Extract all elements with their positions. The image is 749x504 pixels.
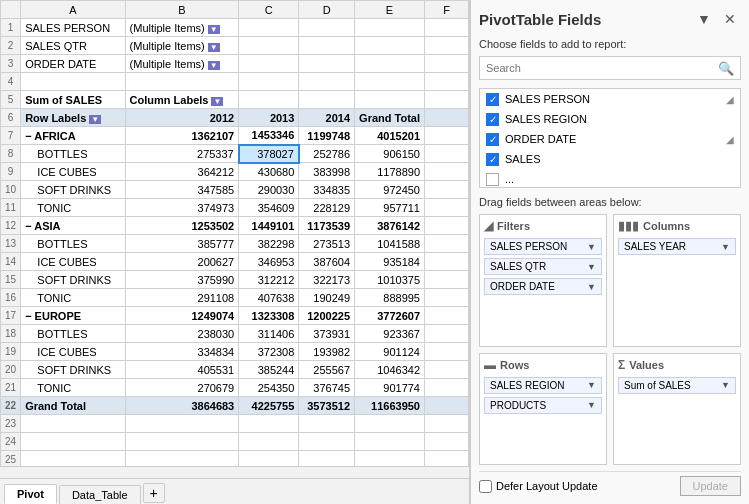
cell-africa-ice-1[interactable]: 430680 <box>239 163 299 181</box>
add-sheet-button[interactable]: + <box>143 483 165 503</box>
cell-grand-total-3[interactable]: 11663950 <box>355 397 425 415</box>
row-chip-sales-region[interactable]: SALES REGION ▼ <box>484 377 602 394</box>
cell-europe-soft-2[interactable]: 255567 <box>299 361 355 379</box>
cell-africa-bottles-3[interactable]: 906150 <box>355 145 425 163</box>
cell-grand-total-2[interactable]: 3573512 <box>299 397 355 415</box>
cell-asia-2[interactable]: 1173539 <box>299 217 355 235</box>
cell-asia-ice-1[interactable]: 346953 <box>239 253 299 271</box>
cell-europe-tonic-1[interactable]: 254350 <box>239 379 299 397</box>
row-labels-header[interactable]: Row Labels ▼ <box>21 109 125 127</box>
field-checkbox-4[interactable] <box>486 173 499 186</box>
col-c-header[interactable]: C <box>239 1 299 19</box>
cell-africa-soft-0[interactable]: 347585 <box>125 181 239 199</box>
tab-pivot[interactable]: Pivot <box>4 484 57 504</box>
cell-asia-bottles-0[interactable]: 385777 <box>125 235 239 253</box>
cell-asia-tonic-3[interactable]: 888995 <box>355 289 425 307</box>
field-checkbox-3[interactable]: ✓ <box>486 153 499 166</box>
cell-africa-bottles-2[interactable]: 252786 <box>299 145 355 163</box>
panel-close-button[interactable]: ✕ <box>719 8 741 30</box>
cell-europe-soft-3[interactable]: 1046342 <box>355 361 425 379</box>
col-b-header[interactable]: B <box>125 1 239 19</box>
filter-chip-sales-person[interactable]: SALES PERSON ▼ <box>484 238 602 255</box>
cell-europe-ice-2[interactable]: 193982 <box>299 343 355 361</box>
field-item-3[interactable]: ✓ SALES <box>480 149 740 169</box>
cell-africa-2[interactable]: 1199748 <box>299 127 355 145</box>
field-list[interactable]: ✓ SALES PERSON ◢ ✓ SALES REGION ✓ ORDER … <box>479 88 741 188</box>
cell-asia-0[interactable]: 1253502 <box>125 217 239 235</box>
col-e-header[interactable]: E <box>355 1 425 19</box>
cell-europe-bottles-0[interactable]: 238030 <box>125 325 239 343</box>
filter-chip-order-date[interactable]: ORDER DATE ▼ <box>484 278 602 295</box>
cell-asia-3[interactable]: 3876142 <box>355 217 425 235</box>
col-f-header[interactable]: F <box>425 1 469 19</box>
cell-asia-soft-0[interactable]: 375990 <box>125 271 239 289</box>
field-item-2[interactable]: ✓ ORDER DATE ◢ <box>480 129 740 149</box>
cell-europe-0[interactable]: 1249074 <box>125 307 239 325</box>
cell-europe-bottles-1[interactable]: 311406 <box>239 325 299 343</box>
horizontal-scrollbar[interactable] <box>0 466 469 478</box>
field-item-0[interactable]: ✓ SALES PERSON ◢ <box>480 89 740 109</box>
cell-grand-total-0[interactable]: 3864683 <box>125 397 239 415</box>
field-item-1[interactable]: ✓ SALES REGION <box>480 109 740 129</box>
tab-data-table[interactable]: Data_Table <box>59 485 141 504</box>
cell-africa-tonic-1[interactable]: 354609 <box>239 199 299 217</box>
cell-asia-1[interactable]: 1449101 <box>239 217 299 235</box>
cell-asia-soft-1[interactable]: 312212 <box>239 271 299 289</box>
cell-europe-tonic-0[interactable]: 270679 <box>125 379 239 397</box>
cell-africa-ice-2[interactable]: 383998 <box>299 163 355 181</box>
column-chip-sales-year[interactable]: SALES YEAR ▼ <box>618 238 736 255</box>
filter-chip-sales-qtr[interactable]: SALES QTR ▼ <box>484 258 602 275</box>
col-d-header[interactable]: D <box>299 1 355 19</box>
value-chip-sum-of-sales[interactable]: Sum of SALES ▼ <box>618 377 736 394</box>
cell-europe-ice-0[interactable]: 334834 <box>125 343 239 361</box>
cell-africa-0[interactable]: 1362107 <box>125 127 239 145</box>
cell-europe-2[interactable]: 1200225 <box>299 307 355 325</box>
cell-europe-soft-0[interactable]: 405531 <box>125 361 239 379</box>
cell-europe-3[interactable]: 3772607 <box>355 307 425 325</box>
cell-grand-total-1[interactable]: 4225755 <box>239 397 299 415</box>
cell-africa-3[interactable]: 4015201 <box>355 127 425 145</box>
cell-africa-1[interactable]: 1453346 <box>239 127 299 145</box>
cell-asia-tonic-0[interactable]: 291108 <box>125 289 239 307</box>
cell-europe-bottles-2[interactable]: 373931 <box>299 325 355 343</box>
cell-africa-ice-3[interactable]: 1178890 <box>355 163 425 181</box>
cell-asia-bottles-3[interactable]: 1041588 <box>355 235 425 253</box>
cell-africa-soft-2[interactable]: 334835 <box>299 181 355 199</box>
field-checkbox-2[interactable]: ✓ <box>486 133 499 146</box>
cell-asia-ice-2[interactable]: 387604 <box>299 253 355 271</box>
cell-africa-soft-1[interactable]: 290030 <box>239 181 299 199</box>
cell-africa-soft-3[interactable]: 972450 <box>355 181 425 199</box>
search-input[interactable] <box>486 62 718 74</box>
cell-europe-soft-1[interactable]: 385244 <box>239 361 299 379</box>
cell-europe-1[interactable]: 1323308 <box>239 307 299 325</box>
col-a-header[interactable]: A <box>21 1 125 19</box>
field-item-4[interactable]: ... <box>480 169 740 188</box>
panel-expand-icon[interactable]: ▼ <box>693 8 715 30</box>
field-checkbox-0[interactable]: ✓ <box>486 93 499 106</box>
cell-africa-ice-0[interactable]: 364212 <box>125 163 239 181</box>
cell-europe-tonic-2[interactable]: 376745 <box>299 379 355 397</box>
cell-asia-tonic-1[interactable]: 407638 <box>239 289 299 307</box>
cell-africa-tonic-3[interactable]: 957711 <box>355 199 425 217</box>
cell-africa-tonic-2[interactable]: 228129 <box>299 199 355 217</box>
cell-europe-bottles-3[interactable]: 923367 <box>355 325 425 343</box>
cell-africa-tonic-0[interactable]: 374973 <box>125 199 239 217</box>
defer-checkbox[interactable] <box>479 480 492 493</box>
cell-asia-soft-2[interactable]: 322173 <box>299 271 355 289</box>
cell-asia-ice-3[interactable]: 935184 <box>355 253 425 271</box>
field-checkbox-1[interactable]: ✓ <box>486 113 499 126</box>
update-button[interactable]: Update <box>680 476 741 496</box>
search-box[interactable]: 🔍 <box>479 56 741 80</box>
cell-europe-tonic-3[interactable]: 901774 <box>355 379 425 397</box>
row-chip-products[interactable]: PRODUCTS ▼ <box>484 397 602 414</box>
cell-asia-soft-3[interactable]: 1010375 <box>355 271 425 289</box>
cell-africa-bottles-0[interactable]: 275337 <box>125 145 239 163</box>
cell-asia-bottles-2[interactable]: 273513 <box>299 235 355 253</box>
defer-layout-check[interactable]: Defer Layout Update <box>479 480 598 493</box>
cell-africa-bottles-1[interactable]: 378027 <box>239 145 299 163</box>
cell-europe-ice-3[interactable]: 901124 <box>355 343 425 361</box>
cell-asia-ice-0[interactable]: 200627 <box>125 253 239 271</box>
cell-asia-tonic-2[interactable]: 190249 <box>299 289 355 307</box>
cell-asia-bottles-1[interactable]: 382298 <box>239 235 299 253</box>
cell-europe-ice-1[interactable]: 372308 <box>239 343 299 361</box>
